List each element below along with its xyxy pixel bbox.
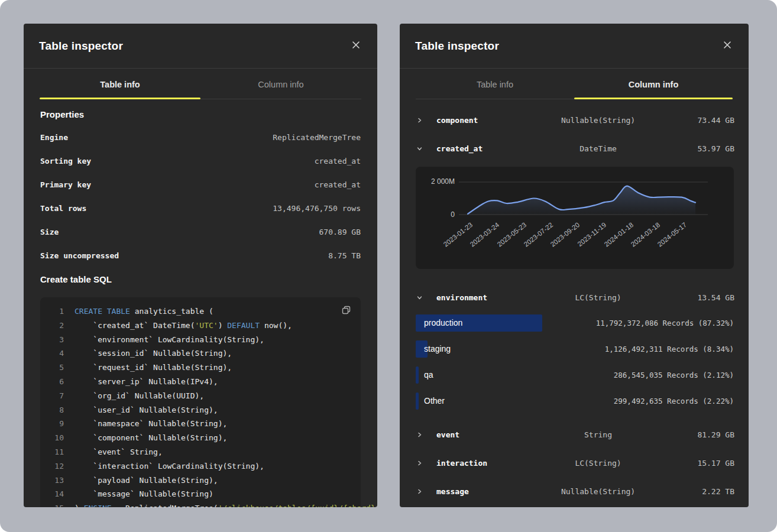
- distribution-row-staging: staging 1,126,492,311 Records (8.34%): [416, 340, 734, 358]
- code-token-def: `payload` Nullable(String),: [75, 476, 218, 485]
- code-text: `namespace` Nullable(String),: [75, 417, 227, 431]
- distribution-row-other: Other 299,492,635 Records (2.22%): [416, 392, 734, 410]
- code-text: `message` Nullable(String): [75, 487, 213, 501]
- code-token-def: `environment` LowCardinality(String),: [75, 335, 264, 344]
- code-line: 1CREATE TABLE analytics_table (: [47, 304, 352, 319]
- code-text: `component` Nullable(String),: [75, 431, 227, 445]
- property-value: 13,496,476,750 rows: [273, 204, 361, 213]
- close-button[interactable]: [347, 37, 365, 56]
- column-row-component[interactable]: component Nullable(String) 73.44 GB: [407, 106, 742, 134]
- line-number: 15: [47, 501, 64, 507]
- code-token-def: `request_id` Nullable(String),: [75, 363, 232, 372]
- column-row-created-at[interactable]: created_at DateTime 53.97 GB: [407, 134, 742, 163]
- column-type: DateTime: [551, 144, 646, 153]
- code-line: 10 `component` Nullable(String),: [47, 431, 352, 445]
- tab-bar: Table info Column info: [40, 69, 361, 99]
- code-line: 13 `payload` Nullable(String),: [47, 473, 352, 488]
- line-number: 9: [47, 417, 64, 431]
- property-row-size-uncompressed: Size uncompressed 8.75 TB: [40, 244, 361, 267]
- column-name: message: [436, 487, 551, 496]
- code-text: `request_id` Nullable(String),: [75, 361, 232, 375]
- tab-column-info[interactable]: Column info: [574, 69, 733, 99]
- code-text: `event` String,: [75, 445, 163, 459]
- chevron-right-icon: [416, 432, 436, 438]
- y-tick-label-max: 2 000M: [416, 177, 455, 186]
- code-lines: 1CREATE TABLE analytics_table (2 `create…: [47, 304, 352, 507]
- code-token-def: ): [75, 504, 84, 507]
- line-number: 5: [47, 361, 64, 375]
- created-at-trend-chart: 2 000M 0 2023-01-232023-03-242023-05-232…: [416, 167, 734, 269]
- code-line: 14 `message` Nullable(String): [47, 487, 352, 501]
- close-button[interactable]: [718, 37, 737, 56]
- code-text: CREATE TABLE analytics_table (: [75, 304, 213, 319]
- property-label: Sorting key: [40, 157, 91, 166]
- code-line: 11 `event` String,: [47, 445, 352, 459]
- modal-header: Table inspector: [400, 24, 749, 69]
- code-line: 9 `namespace` Nullable(String),: [47, 417, 352, 431]
- line-number: 3: [47, 333, 64, 347]
- code-token-def: `namespace` Nullable(String),: [75, 419, 227, 428]
- code-token-def: ): [218, 321, 228, 330]
- tab-label: Column info: [258, 80, 303, 89]
- column-type: Nullable(String): [551, 487, 646, 496]
- column-row-event[interactable]: event String 81.29 GB: [407, 420, 742, 449]
- code-token-kw: CREATE TABLE: [75, 307, 130, 316]
- column-size: 2.22 TB: [646, 487, 734, 496]
- tab-column-info[interactable]: Column info: [200, 69, 361, 99]
- column-size: 53.97 GB: [646, 144, 734, 153]
- code-text: `environment` LowCardinality(String),: [75, 333, 264, 347]
- properties-heading: Properties: [40, 109, 361, 119]
- tab-label: Table info: [100, 80, 140, 89]
- code-token-str: 'UTC': [195, 321, 218, 330]
- code-line: 7 `org_id` Nullable(UUID),: [47, 389, 352, 403]
- property-label: Size: [40, 228, 59, 236]
- property-value: ReplicatedMergeTree: [273, 133, 361, 142]
- distribution-records: 1,126,492,311 Records (8.34%): [605, 340, 734, 358]
- line-number: 6: [47, 375, 64, 389]
- code-token-def: `created_at` DateTime(: [75, 321, 195, 330]
- column-name: component: [436, 116, 551, 125]
- column-type: Nullable(String): [551, 116, 646, 125]
- column-type: String: [551, 430, 646, 439]
- code-token-def: `org_id` Nullable(UUID),: [75, 391, 204, 400]
- code-text: `server_ip` Nullable(IPv4),: [75, 375, 218, 389]
- sql-code-block[interactable]: 1CREATE TABLE analytics_table (2 `create…: [40, 297, 361, 507]
- distribution-label: staging: [416, 344, 451, 353]
- code-token-kw: ENGINE: [84, 504, 112, 507]
- tab-label: Column info: [629, 80, 679, 89]
- code-text: `session_id` Nullable(String),: [75, 346, 232, 361]
- desktop-background: Table inspector Table info Column info P…: [0, 0, 777, 532]
- column-row-message[interactable]: message Nullable(String) 2.22 TB: [407, 477, 742, 505]
- line-number: 4: [47, 346, 64, 361]
- property-row-primary-key: Primary key created_at: [40, 173, 361, 196]
- code-token-def: `event` String,: [75, 447, 163, 456]
- property-value: 8.75 TB: [328, 251, 361, 260]
- table-inspector-modal-column-info: Table inspector Table info Column info: [400, 24, 749, 507]
- column-row-interaction[interactable]: interaction LC(String) 15.17 GB: [407, 449, 742, 477]
- code-token-str: '/clickhouse/tables/{uuid}/{shard}': [218, 504, 377, 507]
- code-token-def: = ReplicatedMergeTree(: [112, 504, 218, 507]
- column-name: environment: [436, 293, 551, 302]
- code-line: 8 `user_id` Nullable(String),: [47, 403, 352, 417]
- code-line: 15) ENGINE = ReplicatedMergeTree('/click…: [47, 501, 352, 507]
- modal-title: Table inspector: [39, 40, 123, 53]
- code-text: `user_id` Nullable(String),: [75, 403, 218, 417]
- tab-table-info[interactable]: Table info: [40, 69, 200, 99]
- modal-title: Table inspector: [415, 40, 499, 53]
- column-name: created_at: [436, 144, 551, 153]
- property-label: Primary key: [40, 180, 91, 189]
- tab-table-info[interactable]: Table info: [416, 69, 574, 99]
- property-label: Total rows: [40, 204, 86, 213]
- column-row-environment[interactable]: environment LC(String) 13.54 GB: [407, 283, 742, 312]
- property-label: Size uncompressed: [40, 251, 119, 260]
- table-inspector-modal-table-info: Table inspector Table info Column info P…: [24, 24, 377, 507]
- code-token-def: now(),: [260, 321, 292, 330]
- column-size: 15.17 GB: [646, 459, 734, 468]
- column-size: 73.44 GB: [646, 116, 734, 125]
- code-text: `interaction` LowCardinality(String),: [75, 459, 264, 473]
- active-tab-indicator: [574, 98, 733, 99]
- chevron-right-icon: [416, 117, 436, 124]
- copy-button[interactable]: [338, 303, 354, 319]
- property-row-sorting-key: Sorting key created_at: [40, 149, 361, 173]
- line-number: 2: [47, 319, 64, 333]
